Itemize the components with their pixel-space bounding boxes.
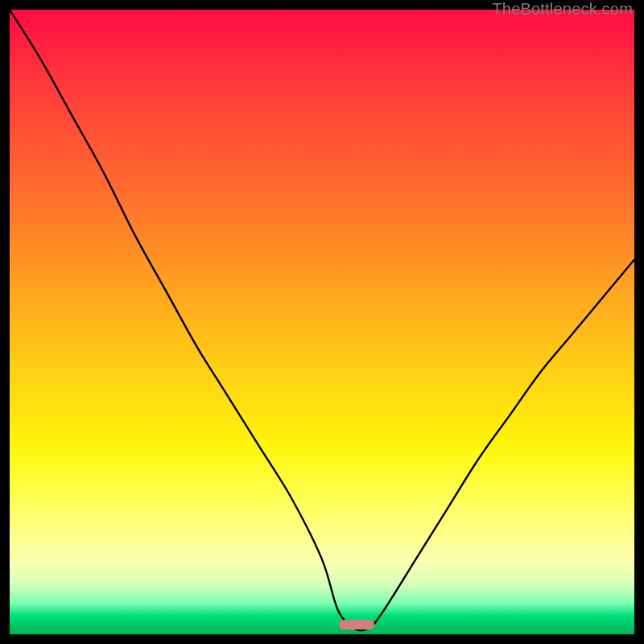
optimum-marker: [339, 620, 374, 630]
chart-plot-area: [10, 10, 634, 634]
chart-frame: TheBottleneck.com: [0, 0, 644, 644]
watermark-text: TheBottleneck.com: [492, 0, 633, 19]
bottleneck-curve: [10, 10, 634, 634]
